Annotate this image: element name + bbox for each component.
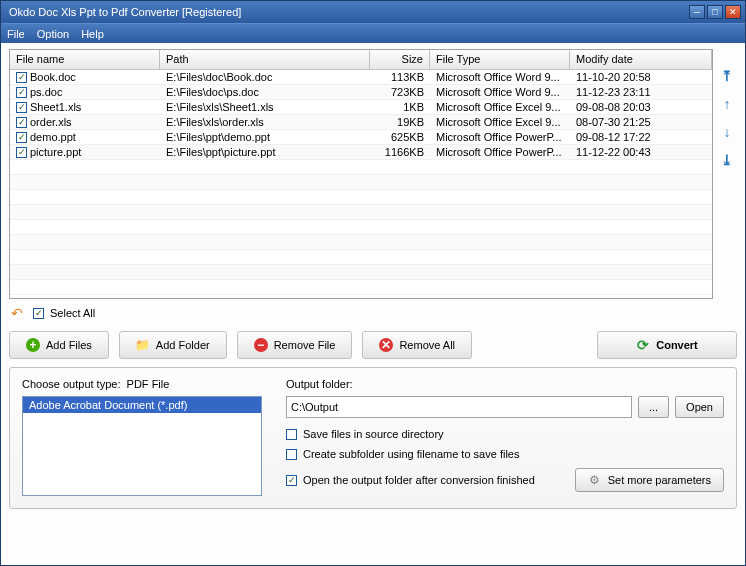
select-all-label: Select All — [50, 307, 95, 319]
table-row-empty — [10, 235, 712, 250]
table-row[interactable]: ✓order.xlsE:\Files\xls\order.xls19KBMicr… — [10, 115, 712, 130]
save-source-label: Save files in source directory — [303, 428, 444, 440]
subfolder-label: Create subfolder using filename to save … — [303, 448, 519, 460]
open-after-checkbox[interactable]: ✓ — [286, 475, 297, 486]
output-folder-label: Output folder: — [286, 378, 724, 390]
remove-file-button[interactable]: − Remove File — [237, 331, 353, 359]
output-type-listbox[interactable]: Adobe Acrobat Document (*.pdf) — [22, 396, 262, 496]
add-folder-button[interactable]: 📁 Add Folder — [119, 331, 227, 359]
save-source-checkbox[interactable]: ✓ — [286, 429, 297, 440]
col-header-path[interactable]: Path — [160, 50, 370, 69]
row-checkbox[interactable]: ✓ — [16, 117, 27, 128]
col-header-name[interactable]: File name — [10, 50, 160, 69]
close-button[interactable]: ✕ — [725, 5, 741, 19]
output-type-label: Choose output type: PDF File — [22, 378, 262, 390]
window-title: Okdo Doc Xls Ppt to Pdf Converter [Regis… — [5, 6, 689, 18]
row-checkbox[interactable]: ✓ — [16, 102, 27, 113]
move-top-icon[interactable]: ⤒ — [718, 69, 736, 83]
menu-help[interactable]: Help — [81, 28, 104, 40]
select-all-checkbox[interactable]: ✓ — [33, 308, 44, 319]
open-button[interactable]: Open — [675, 396, 724, 418]
list-item[interactable]: Adobe Acrobat Document (*.pdf) — [23, 397, 261, 413]
move-bottom-icon[interactable]: ⤓ — [718, 153, 736, 167]
output-folder-input[interactable] — [286, 396, 632, 418]
minus-icon: − — [254, 338, 268, 352]
row-checkbox[interactable]: ✓ — [16, 132, 27, 143]
convert-button[interactable]: ⟳ Convert — [597, 331, 737, 359]
folder-icon: 📁 — [136, 338, 150, 352]
reorder-arrows: ⤒ ↑ ↓ ⤓ — [717, 49, 737, 299]
table-row-empty — [10, 190, 712, 205]
table-row-empty — [10, 160, 712, 175]
menu-file[interactable]: File — [7, 28, 25, 40]
set-parameters-button[interactable]: ⚙ Set more parameters — [575, 468, 724, 492]
remove-all-button[interactable]: ✕ Remove All — [362, 331, 472, 359]
minimize-button[interactable]: ─ — [689, 5, 705, 19]
row-checkbox[interactable]: ✓ — [16, 147, 27, 158]
reset-icon[interactable]: ↶ — [11, 305, 27, 321]
plus-icon: + — [26, 338, 40, 352]
table-row-empty — [10, 175, 712, 190]
move-up-icon[interactable]: ↑ — [718, 97, 736, 111]
menu-option[interactable]: Option — [37, 28, 69, 40]
maximize-button[interactable]: □ — [707, 5, 723, 19]
col-header-type[interactable]: File Type — [430, 50, 570, 69]
table-row[interactable]: ✓demo.pptE:\Files\ppt\demo.ppt625KBMicro… — [10, 130, 712, 145]
table-row[interactable]: ✓picture.pptE:\Files\ppt\picture.ppt1166… — [10, 145, 712, 160]
menubar: File Option Help — [1, 23, 745, 43]
subfolder-checkbox[interactable]: ✓ — [286, 449, 297, 460]
convert-icon: ⟳ — [636, 338, 650, 352]
browse-button[interactable]: ... — [638, 396, 669, 418]
move-down-icon[interactable]: ↓ — [718, 125, 736, 139]
table-row-empty — [10, 280, 712, 295]
row-checkbox[interactable]: ✓ — [16, 72, 27, 83]
table-row-empty — [10, 250, 712, 265]
file-table: File name Path Size File Type Modify dat… — [9, 49, 713, 299]
gear-icon: ⚙ — [588, 473, 602, 487]
table-row-empty — [10, 220, 712, 235]
col-header-size[interactable]: Size — [370, 50, 430, 69]
table-header: File name Path Size File Type Modify dat… — [10, 50, 712, 70]
table-row-empty — [10, 205, 712, 220]
col-header-date[interactable]: Modify date — [570, 50, 712, 69]
table-row[interactable]: ✓Book.docE:\Files\doc\Book.doc113KBMicro… — [10, 70, 712, 85]
table-row[interactable]: ✓Sheet1.xlsE:\Files\xls\Sheet1.xls1KBMic… — [10, 100, 712, 115]
x-icon: ✕ — [379, 338, 393, 352]
open-after-label: Open the output folder after conversion … — [303, 474, 535, 486]
table-row-empty — [10, 265, 712, 280]
add-files-button[interactable]: + Add Files — [9, 331, 109, 359]
row-checkbox[interactable]: ✓ — [16, 87, 27, 98]
table-row[interactable]: ✓ps.docE:\Files\doc\ps.doc723KBMicrosoft… — [10, 85, 712, 100]
titlebar: Okdo Doc Xls Ppt to Pdf Converter [Regis… — [1, 1, 745, 23]
